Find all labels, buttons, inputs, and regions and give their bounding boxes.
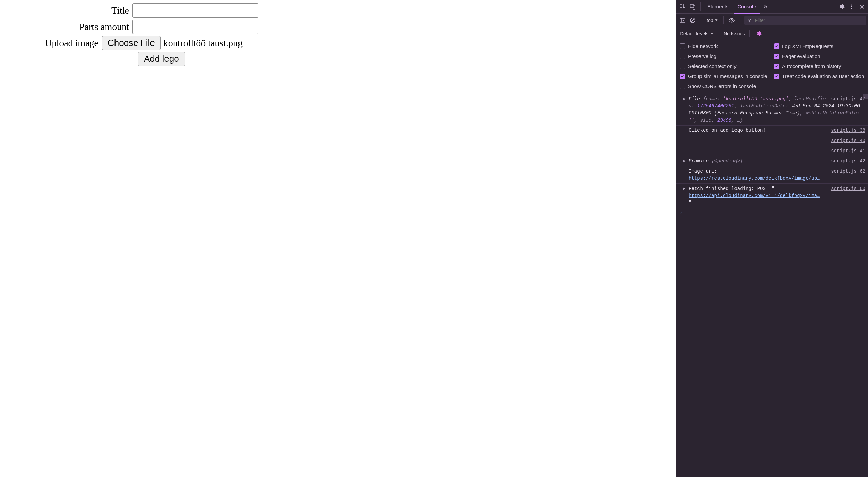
selected-context-checkbox[interactable] bbox=[680, 64, 685, 69]
log-row-promise[interactable]: script.js:42 ▶ Promise {<pending>} bbox=[676, 156, 868, 166]
hide-network-label: Hide network bbox=[688, 43, 718, 50]
parts-row: Parts amount bbox=[7, 20, 669, 34]
log-levels-dropdown[interactable]: Default levels ▼ bbox=[680, 31, 714, 36]
svg-point-10 bbox=[731, 19, 733, 21]
close-devtools-icon[interactable] bbox=[858, 3, 866, 11]
log-source-link[interactable]: script.js:38 bbox=[831, 127, 865, 134]
filter-icon bbox=[747, 18, 752, 23]
log-row-clicked[interactable]: script.js:38 Clicked on add lego button! bbox=[676, 126, 868, 136]
devtools-tabbar: Elements Console » bbox=[676, 0, 868, 14]
eager-eval-checkbox[interactable] bbox=[774, 54, 779, 59]
fetch-tail: ". bbox=[689, 200, 694, 206]
show-cors-checkbox[interactable] bbox=[680, 84, 685, 89]
image-url-label: Image url: bbox=[689, 169, 717, 174]
tab-console[interactable]: Console bbox=[734, 0, 760, 14]
log-xhr-checkbox[interactable] bbox=[774, 43, 779, 49]
svg-point-4 bbox=[851, 6, 852, 7]
group-similar-label: Group similar messages in console bbox=[688, 73, 767, 80]
upload-label: Upload image bbox=[7, 38, 102, 49]
device-toggle-icon[interactable] bbox=[689, 3, 697, 11]
title-label: Title bbox=[7, 5, 132, 16]
eager-eval-label: Eager evaluation bbox=[782, 53, 820, 60]
tab-elements[interactable]: Elements bbox=[704, 0, 732, 14]
kebab-menu-icon[interactable] bbox=[848, 3, 856, 11]
prompt-chevron-icon: › bbox=[680, 210, 683, 215]
log-source-link[interactable]: script.js:60 bbox=[831, 185, 865, 192]
live-expression-icon[interactable] bbox=[728, 16, 736, 24]
log-row-fetch[interactable]: script.js:60 ▶ Fetch finished loading: P… bbox=[676, 184, 868, 208]
divider bbox=[700, 2, 701, 11]
title-row: Title bbox=[7, 3, 669, 18]
upload-row: Upload image Choose File kontrolltöö tau… bbox=[7, 36, 669, 50]
svg-point-3 bbox=[851, 4, 852, 5]
filter-box[interactable] bbox=[744, 16, 866, 25]
svg-point-5 bbox=[851, 8, 852, 9]
log-source-link[interactable]: script.js:47 bbox=[831, 95, 865, 103]
hide-network-checkbox[interactable] bbox=[680, 43, 685, 49]
chevron-down-icon: ▼ bbox=[714, 18, 718, 22]
promise-prefix: Promise bbox=[689, 158, 711, 164]
log-source-link[interactable]: script.js:40 bbox=[831, 137, 865, 144]
treat-code-checkbox[interactable] bbox=[774, 74, 779, 79]
filter-input[interactable] bbox=[755, 18, 863, 23]
levels-label: Default levels bbox=[680, 31, 708, 36]
log-file-prefix: File bbox=[689, 96, 703, 102]
fetch-url-link[interactable]: https://api.cloudinary.com/v1_1/delkfbqx… bbox=[689, 193, 820, 198]
parts-label: Parts amount bbox=[7, 21, 132, 32]
more-tabs-icon[interactable]: » bbox=[762, 3, 770, 11]
console-settings-panel: Hide network Log XMLHttpRequests Preserv… bbox=[676, 40, 868, 94]
image-url-link[interactable]: https://res.cloudinary.com/delkfbqxv/ima… bbox=[689, 176, 820, 181]
submit-row: Add lego bbox=[7, 52, 669, 66]
log-source-link[interactable]: script.js:42 bbox=[831, 158, 865, 165]
treat-code-label: Treat code evaluation as user action bbox=[782, 73, 864, 80]
expand-icon[interactable]: ▶ bbox=[683, 186, 686, 192]
issues-link[interactable]: No Issues bbox=[724, 31, 745, 36]
selected-file-name: kontrolltöö taust.png bbox=[163, 38, 243, 49]
add-lego-button[interactable]: Add lego bbox=[138, 52, 185, 66]
page-content: Title Parts amount Upload image Choose F… bbox=[0, 0, 676, 477]
context-label: top bbox=[707, 18, 713, 23]
log-source-link[interactable]: script.js:62 bbox=[831, 168, 865, 175]
log-row-image-url[interactable]: script.js:62 Image url: https://res.clou… bbox=[676, 166, 868, 184]
log-source-link[interactable]: script.js:41 bbox=[831, 147, 865, 155]
console-toolbar: top ▼ bbox=[676, 14, 868, 27]
log-row-empty-2[interactable]: script.js:41 bbox=[676, 146, 868, 156]
preserve-log-checkbox[interactable] bbox=[680, 54, 685, 59]
console-settings-gear-icon[interactable] bbox=[755, 30, 763, 38]
log-row-file[interactable]: script.js:47 ▶ File {name: 'kontrolltöö … bbox=[676, 94, 868, 126]
autocomplete-checkbox[interactable] bbox=[774, 64, 779, 69]
svg-line-9 bbox=[691, 19, 694, 22]
console-toolbar-2: Default levels ▼ No Issues bbox=[676, 27, 868, 40]
settings-gear-icon[interactable] bbox=[837, 3, 846, 11]
console-log[interactable]: script.js:47 ▶ File {name: 'kontrolltöö … bbox=[676, 94, 868, 477]
inspect-icon[interactable] bbox=[678, 3, 687, 11]
svg-rect-6 bbox=[680, 18, 685, 22]
preserve-log-label: Preserve log bbox=[688, 53, 716, 60]
context-selector[interactable]: top ▼ bbox=[705, 17, 719, 24]
svg-rect-1 bbox=[690, 5, 694, 8]
group-similar-checkbox[interactable] bbox=[680, 74, 685, 79]
expand-icon[interactable]: ▶ bbox=[683, 158, 686, 164]
log-row-empty-1[interactable]: script.js:40 bbox=[676, 136, 868, 146]
clear-console-icon[interactable] bbox=[689, 16, 697, 24]
devtools-panel: Elements Console » top ▼ bbox=[676, 0, 868, 477]
log-xhr-label: Log XMLHttpRequests bbox=[782, 43, 833, 50]
choose-file-button[interactable]: Choose File bbox=[102, 36, 161, 50]
chevron-down-icon: ▼ bbox=[710, 32, 714, 35]
toggle-sidebar-icon[interactable] bbox=[678, 16, 687, 24]
expand-icon[interactable]: ▶ bbox=[683, 96, 686, 102]
log-message: Clicked on add lego button! bbox=[689, 128, 766, 133]
show-cors-label: Show CORS errors in console bbox=[688, 83, 756, 90]
title-input[interactable] bbox=[132, 3, 258, 18]
selected-context-label: Selected context only bbox=[688, 63, 737, 70]
autocomplete-label: Autocomplete from history bbox=[782, 63, 841, 70]
console-prompt[interactable]: › bbox=[676, 208, 868, 217]
parts-input[interactable] bbox=[132, 20, 258, 34]
fetch-prefix: Fetch finished loading: POST " bbox=[689, 186, 774, 191]
